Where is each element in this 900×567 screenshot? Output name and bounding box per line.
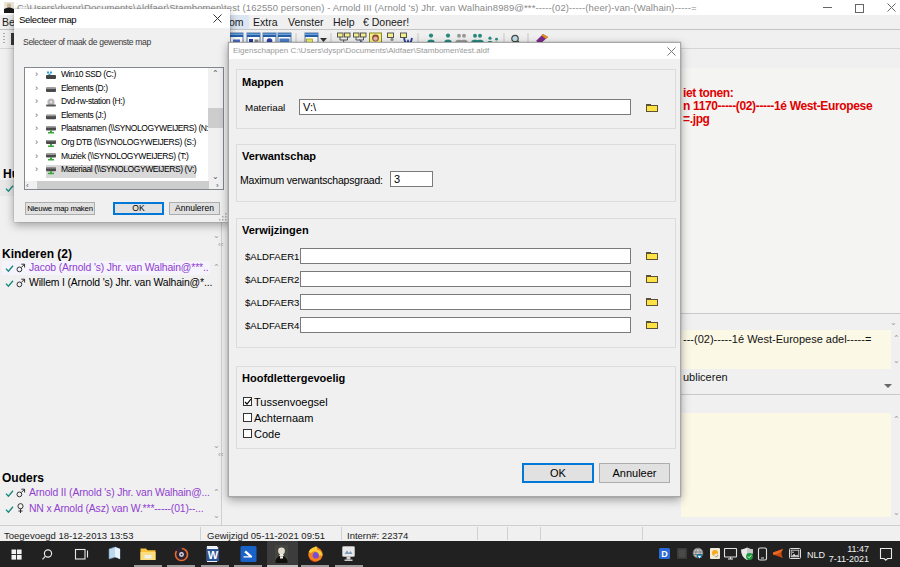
svg-text:11:47: 11:47: [847, 544, 869, 554]
svg-text:7-11-2021: 7-11-2021: [829, 554, 869, 564]
svg-text:W: W: [208, 549, 219, 561]
svg-text:D: D: [661, 549, 668, 559]
svg-text:NLD: NLD: [807, 550, 826, 560]
